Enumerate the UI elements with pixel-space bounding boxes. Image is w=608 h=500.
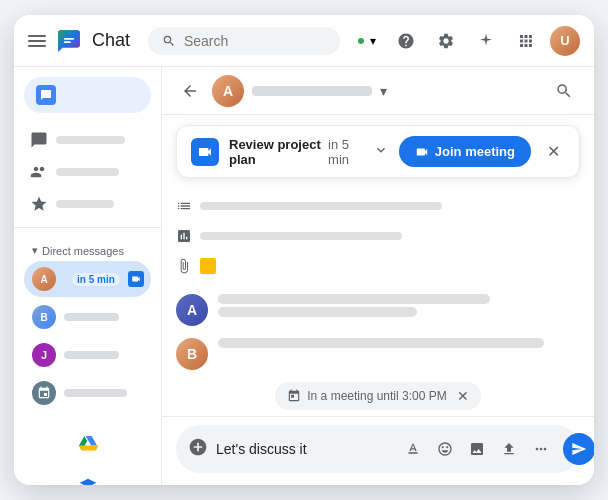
dm-1-meet-icon (128, 271, 144, 287)
upload-icon (501, 441, 517, 457)
attachment-3-thumb (200, 258, 216, 274)
in-meeting-close-button[interactable]: ✕ (457, 388, 469, 404)
send-icon (571, 441, 587, 457)
close-banner-button[interactable]: ✕ (541, 140, 565, 164)
sidebar-item-dm-2[interactable]: B (24, 299, 151, 335)
direct-messages-section: ▾ Direct messages A in 5 min B (14, 234, 161, 415)
chat-nav-icon (30, 131, 48, 149)
meeting-expand-button[interactable] (373, 142, 389, 161)
search-input[interactable] (184, 33, 326, 49)
help-icon (397, 32, 415, 50)
dm-2-name-skeleton (64, 313, 119, 321)
emoji-button[interactable] (431, 435, 459, 463)
more-options-icon (533, 441, 549, 457)
in-meeting-status: In a meeting until 3:00 PM ✕ (162, 376, 594, 416)
attachment-3-content (200, 258, 222, 274)
input-box (176, 425, 580, 473)
new-chat-button[interactable] (24, 77, 151, 113)
settings-icon (437, 32, 455, 50)
chat-area: A ▾ Review project plan (162, 67, 594, 485)
message-2-bubbles (218, 338, 580, 348)
sparkle-icon (477, 32, 495, 50)
sidebar-nav-starred[interactable] (22, 189, 153, 219)
new-chat-icon (36, 85, 56, 105)
sidebar: ▾ Direct messages A in 5 min B (14, 67, 162, 485)
message-group-2: B (176, 338, 580, 370)
meeting-time: in 5 min (328, 137, 363, 167)
chat-options-button[interactable] (548, 75, 580, 107)
sidebar-nav-chat[interactable] (22, 125, 153, 155)
chat-logo-icon (56, 28, 82, 54)
diamond-icon-button[interactable] (68, 467, 108, 485)
contact-chevron-icon[interactable]: ▾ (380, 83, 387, 99)
calendar-icon (287, 389, 301, 403)
meeting-title: Review project plan (229, 137, 322, 167)
header-actions: ▾ U (350, 25, 580, 57)
star-nav-icon (30, 195, 48, 213)
apps-button[interactable] (510, 25, 542, 57)
add-emoji-button[interactable] (188, 437, 208, 462)
settings-button[interactable] (430, 25, 462, 57)
attachment-item-3 (176, 254, 580, 278)
list-icon (176, 198, 192, 214)
search-bar[interactable] (148, 27, 340, 55)
contact-avatar: A (212, 75, 244, 107)
text-format-icon (405, 441, 421, 457)
dm-2-avatar: B (32, 305, 56, 329)
dm-4-avatar (32, 381, 56, 405)
help-button[interactable] (390, 25, 422, 57)
attachments-area (176, 190, 580, 282)
status-chevron-icon: ▾ (370, 34, 376, 48)
sidebar-item-dm-1[interactable]: A in 5 min (24, 261, 151, 297)
message-2-avatar: B (176, 338, 208, 370)
people-nav-icon (30, 163, 48, 181)
status-dot-icon (356, 36, 366, 46)
add-circle-icon (188, 437, 208, 457)
message-1-bubble-2 (218, 307, 417, 317)
dm-2-text (64, 313, 143, 321)
join-video-icon (415, 145, 429, 159)
contact-name-skeleton (252, 86, 372, 96)
sparkle-button[interactable] (470, 25, 502, 57)
app-window: Chat ▾ (14, 15, 594, 485)
user-avatar[interactable]: U (550, 26, 580, 56)
upload-button[interactable] (495, 435, 523, 463)
direct-messages-label: ▾ Direct messages (24, 238, 151, 259)
video-camera-icon (197, 144, 213, 160)
message-1-bubbles (218, 294, 580, 317)
join-meeting-button[interactable]: Join meeting (399, 136, 531, 167)
top-header: Chat ▾ (14, 15, 594, 67)
back-button[interactable] (176, 77, 204, 105)
messages-area: A B (162, 178, 594, 376)
drive-icon-button[interactable] (68, 423, 108, 463)
message-1-bubble-1 (218, 294, 490, 304)
more-options-button[interactable] (527, 435, 555, 463)
search-icon (162, 33, 176, 49)
message-2-bubble-1 (218, 338, 544, 348)
meeting-banner-icon (191, 138, 219, 166)
meeting-banner: Review project plan in 5 min Join meetin… (176, 125, 580, 178)
main-body: ▾ Direct messages A in 5 min B (14, 67, 594, 485)
meeting-banner-text: Review project plan in 5 min (229, 137, 363, 167)
attachment-2-skeleton (200, 232, 402, 240)
sidebar-nav-people[interactable] (22, 157, 153, 187)
dm-3-avatar: J (32, 343, 56, 367)
dm-4-text (64, 389, 143, 397)
sidebar-item-dm-3[interactable]: J (24, 337, 151, 373)
image-button[interactable] (463, 435, 491, 463)
format-button[interactable] (399, 435, 427, 463)
message-2-content (218, 338, 580, 348)
status-button[interactable]: ▾ (350, 30, 382, 52)
message-1-avatar: A (176, 294, 208, 326)
dm-1-badge: in 5 min (72, 273, 120, 286)
emoji-icon (437, 441, 453, 457)
message-1-content (218, 294, 580, 317)
sidebar-item-dm-4[interactable] (24, 375, 151, 411)
send-button[interactable] (563, 433, 594, 465)
input-area (162, 416, 594, 485)
input-actions (399, 435, 555, 463)
chart-icon (176, 228, 192, 244)
hamburger-menu-icon[interactable] (28, 35, 46, 47)
attachment-item-2 (176, 224, 580, 248)
message-input[interactable] (216, 441, 391, 457)
